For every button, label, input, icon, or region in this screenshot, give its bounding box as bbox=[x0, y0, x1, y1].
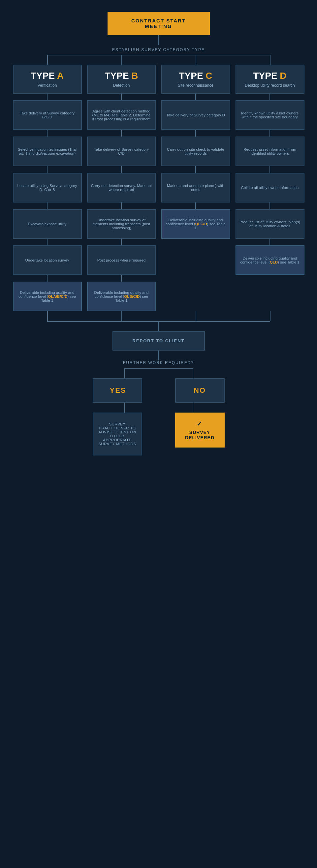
vc-row-5 bbox=[10, 239, 307, 245]
deliverable-c: Deliverable including quality and confid… bbox=[161, 209, 230, 239]
type-d-sub: Desktop utility record search bbox=[240, 83, 300, 88]
step-row-3: Locate utility using Survey category D, … bbox=[10, 173, 307, 203]
type-c-box: TYPE C Site reconnaissance bbox=[161, 65, 230, 94]
no-box: NO bbox=[175, 378, 225, 403]
step-r4-c2: Undertake location survey of elements in… bbox=[87, 209, 156, 239]
step-row-5: Undertake location survey Post process w… bbox=[10, 245, 307, 275]
type-c-label: TYPE C bbox=[165, 70, 226, 81]
survey-practitioner-text: SURVEY PRACTITIONER TO ADVISE CLIENT ON … bbox=[97, 422, 137, 446]
final-vcs bbox=[99, 403, 218, 412]
yes-box: YES bbox=[93, 378, 142, 403]
type-b-label: TYPE B bbox=[91, 70, 152, 81]
yes-label: YES bbox=[110, 386, 126, 395]
step-r1-c4: Identify known utility asset owners with… bbox=[235, 100, 305, 130]
convergence-section bbox=[10, 311, 307, 331]
h-spread-top bbox=[10, 55, 307, 65]
type-d-box: TYPE D Desktop utility record search bbox=[235, 65, 305, 94]
step-r1-c2: Agree with client detection method (M1 t… bbox=[87, 100, 156, 130]
type-d-label: TYPE D bbox=[240, 70, 300, 81]
report-label: REPORT TO CLIENT bbox=[132, 338, 184, 343]
vc-row-6 bbox=[10, 275, 307, 282]
step-r5-c1: Undertake location survey bbox=[13, 245, 82, 275]
vc-r1-c1 bbox=[47, 94, 47, 100]
step-r6-c4 bbox=[235, 282, 305, 311]
no-label: NO bbox=[194, 386, 206, 395]
further-work-label: FURTHER WORK REQUIRED? bbox=[123, 361, 194, 365]
connector-v1 bbox=[158, 35, 159, 45]
yn-spread bbox=[99, 368, 218, 378]
step-r2-c2: Take delivery of Survey category C/D bbox=[87, 136, 156, 166]
report-to-client-box: REPORT TO CLIENT bbox=[113, 331, 205, 350]
type-b-box: TYPE B Detection bbox=[87, 65, 156, 94]
vc-after-report bbox=[158, 350, 159, 361]
survey-delivered-box: ✓ SURVEY DELIVERED bbox=[175, 412, 225, 447]
vc-row-4 bbox=[10, 203, 307, 209]
type-a-label: TYPE A bbox=[17, 70, 78, 81]
contract-label: CONTRACT START MEETING bbox=[131, 18, 186, 29]
step-r2-c1: Select verification techniques (Trial pi… bbox=[13, 136, 82, 166]
vc-r1-c2 bbox=[121, 94, 122, 100]
final-row: SURVEY PRACTITIONER TO ADVISE CLIENT ON … bbox=[93, 412, 225, 456]
step-r2-c4: Request asset information from identifie… bbox=[235, 136, 305, 166]
bottom-section: REPORT TO CLIENT FURTHER WORK REQUIRED? … bbox=[10, 331, 307, 469]
step-r5-c2: Post process where required bbox=[87, 245, 156, 275]
step-r6-c3 bbox=[161, 282, 230, 311]
type-c-sub: Site reconnaissance bbox=[165, 83, 226, 88]
step-row-6: Deliverable including quality and confid… bbox=[10, 282, 307, 311]
step-r3-c1: Locate utility using Survey category D, … bbox=[13, 173, 82, 203]
deliverable-d: Deliverable including quality and confid… bbox=[235, 245, 305, 275]
vc-r1-c3 bbox=[195, 94, 196, 100]
yes-no-row: YES NO bbox=[93, 378, 225, 403]
survey-practitioner-box: SURVEY PRACTITIONER TO ADVISE CLIENT ON … bbox=[93, 412, 142, 456]
step-r3-c3: Mark up and annotate plan(s) with notes bbox=[161, 173, 230, 203]
step-row-1: Take delivery of Survey category B/C/D A… bbox=[10, 100, 307, 130]
step-row-2: Select verification techniques (Trial pi… bbox=[10, 136, 307, 166]
step-r1-c3: Take delivery of Survey category D bbox=[161, 100, 230, 130]
type-a-box: TYPE A Verification bbox=[13, 65, 82, 94]
deliverable-a: Deliverable including quality and confid… bbox=[13, 282, 82, 311]
type-b-sub: Detection bbox=[91, 83, 152, 88]
contract-start-meeting: CONTRACT START MEETING bbox=[107, 12, 210, 35]
type-a-sub: Verification bbox=[17, 83, 78, 88]
step-r4-c4: Produce list of utility owners, plan(s) … bbox=[235, 209, 305, 239]
step-r3-c4: Collate all utility owner information bbox=[235, 173, 305, 203]
step-r1-c1: Take delivery of Survey category B/C/D bbox=[13, 100, 82, 130]
deliverable-b: Deliverable including quality and confid… bbox=[87, 282, 156, 311]
vc-row-1 bbox=[10, 94, 307, 100]
survey-delivered-label: SURVEY DELIVERED bbox=[182, 430, 218, 440]
vc-row-3 bbox=[10, 166, 307, 173]
step-r4-c1: Excavate/expose utility bbox=[13, 209, 82, 239]
checkmark-icon: ✓ bbox=[197, 420, 203, 428]
vc-r1-c4 bbox=[270, 94, 270, 100]
step-r2-c3: Carry out on-site check to validate util… bbox=[161, 136, 230, 166]
step-r5-c3 bbox=[161, 245, 230, 275]
step-row-4: Excavate/expose utility Undertake locati… bbox=[10, 209, 307, 239]
vc-row-2 bbox=[10, 130, 307, 136]
establish-label: ESTABLISH SURVEY CATEGORY TYPE bbox=[112, 48, 205, 52]
step-r3-c2: Carry out detection survey. Mark out whe… bbox=[87, 173, 156, 203]
type-boxes-row: TYPE A Verification TYPE B Detection TYP… bbox=[10, 65, 307, 94]
